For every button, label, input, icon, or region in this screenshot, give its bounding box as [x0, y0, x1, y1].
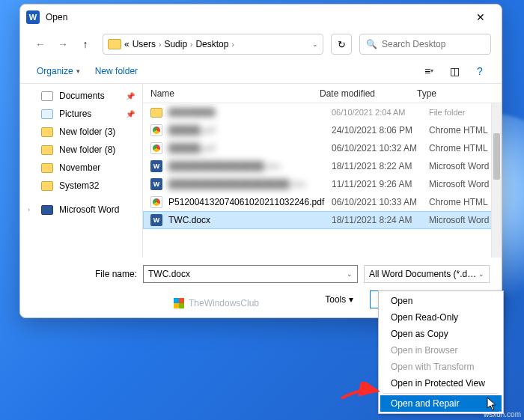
breadcrumb-segment[interactable]: Desktop [195, 39, 228, 49]
file-date: 18/11/2021 8:24 AM [332, 215, 429, 225]
menu-item: Open in Browser [380, 342, 502, 359]
forward-button[interactable]: → [53, 34, 73, 54]
file-date: 06/10/2021 2:04 AM [332, 108, 429, 117]
file-type-select[interactable]: All Word Documents (*.docx;*.d ⌄ [364, 265, 490, 283]
file-row[interactable]: TWC.docx18/11/2021 8:24 AMMicrosoft Word… [143, 211, 502, 229]
menu-item[interactable]: Open as Copy [380, 326, 502, 342]
chevron-down-icon[interactable]: ⌄ [347, 270, 353, 278]
column-date[interactable]: Date modified [320, 88, 417, 99]
file-name: P512004132074061020211032246.pdf [168, 197, 332, 207]
folder-icon [41, 145, 53, 155]
breadcrumb-prefix: « [124, 39, 130, 49]
search-icon: 🔍 [366, 39, 377, 49]
sidebar-item[interactable]: November [20, 159, 142, 177]
chevron-down-icon[interactable]: ⌄ [478, 270, 484, 278]
body: Documents📌Pictures📌New folder (3)New fol… [20, 84, 502, 258]
sidebar-item[interactable]: Documents📌 [20, 87, 142, 105]
folder-icon [41, 127, 53, 137]
menu-separator [383, 393, 499, 394]
pin-icon: 📌 [126, 92, 135, 100]
sidebar-item-label: Microsoft Word [59, 204, 119, 215]
navigation-bar: ← → ↑ « Users › Sudip › Desktop › ⌄ ↻ 🔍 [20, 30, 502, 58]
toolbar: Organize▾ New folder ≡ ▾ ◫ ? [20, 58, 502, 84]
breadcrumb-segment[interactable]: Sudip [164, 39, 187, 49]
breadcrumb[interactable]: « Users › Sudip › Desktop › ⌄ [103, 34, 323, 55]
word-icon [150, 160, 162, 172]
menu-item[interactable]: Open [380, 293, 502, 309]
organize-button[interactable]: Organize▾ [31, 63, 86, 79]
file-date: 06/10/2021 10:33 AM [332, 197, 429, 207]
menu-item[interactable]: Open and Repair [380, 395, 502, 412]
sidebar-item-label: New folder (8) [59, 144, 115, 155]
file-name: ████████ [168, 108, 332, 117]
folder-icon [41, 163, 53, 173]
sidebar[interactable]: Documents📌Pictures📌New folder (3)New fol… [20, 84, 143, 258]
file-row[interactable]: █████.pdf06/10/2021 10:32 AMChrome HTML … [143, 139, 502, 157]
window-title: Open [46, 12, 466, 22]
image-credit: wsxdn.com [484, 410, 521, 419]
chevron-right-icon: › [159, 40, 161, 49]
menu-item[interactable]: Open in Protected View [380, 375, 502, 392]
tools-button[interactable]: Tools▾ [325, 294, 353, 305]
file-date: 24/10/2021 8:06 PM [332, 125, 429, 136]
refresh-button[interactable]: ↻ [331, 34, 352, 55]
sidebar-item[interactable]: Pictures📌 [20, 105, 142, 123]
pin-icon: 📌 [126, 110, 135, 118]
close-button[interactable]: ✕ [466, 7, 496, 28]
chevron-right-icon: › [190, 40, 192, 49]
file-name-input[interactable]: TWC.docx ⌄ [143, 265, 358, 283]
column-headers[interactable]: Name Date modified Type [143, 84, 502, 103]
file-name: ███████████████████.doc [168, 179, 332, 189]
file-row[interactable]: █████.pdf24/10/2021 8:06 PMChrome HTML D… [143, 121, 502, 139]
file-name: █████.pdf [168, 125, 332, 136]
chevron-right-icon: › [28, 206, 30, 213]
chrome-icon [150, 196, 162, 208]
sidebar-item-word[interactable]: › Microsoft Word [20, 201, 142, 219]
doc-icon [41, 91, 53, 101]
sidebar-item[interactable]: System32 [20, 177, 142, 195]
sidebar-item-label: Pictures [59, 109, 91, 119]
sidebar-item[interactable]: New folder (8) [20, 141, 142, 159]
file-name: TWC.docx [168, 215, 332, 225]
sidebar-item-label: Documents [59, 91, 105, 101]
file-row[interactable]: P512004132074061020211032246.pdf06/10/20… [143, 193, 502, 211]
file-row[interactable]: ███████████████████.doc11/11/2021 9:26 A… [143, 175, 502, 193]
folder-icon [150, 108, 162, 118]
sidebar-item[interactable]: New folder (3) [20, 123, 142, 141]
menu-item[interactable]: Open Read-Only [380, 309, 502, 326]
pic-icon [41, 109, 53, 119]
windows-logo-icon [174, 298, 184, 308]
word-icon [150, 178, 162, 190]
up-button[interactable]: ↑ [76, 34, 95, 54]
search-input[interactable] [382, 39, 479, 49]
back-button[interactable]: ← [31, 34, 50, 54]
file-list[interactable]: ████████06/10/2021 2:04 AMFile folder███… [143, 103, 502, 258]
preview-pane-button[interactable]: ◫ [443, 62, 466, 80]
chevron-right-icon: › [231, 40, 234, 49]
file-row[interactable]: ███████████████.doc18/11/2021 8:22 AMMic… [143, 157, 502, 175]
view-options-button[interactable]: ≡ ▾ [418, 62, 440, 80]
help-button[interactable]: ? [469, 62, 491, 80]
search-box[interactable]: 🔍 [359, 34, 491, 55]
open-file-dialog: W Open ✕ ← → ↑ « Users › Sudip › Desktop… [19, 4, 502, 318]
vertical-scrollbar[interactable] [491, 103, 502, 258]
breadcrumb-dropdown[interactable]: ⌄ [312, 40, 318, 48]
folder-icon [108, 39, 121, 49]
file-date: 18/11/2021 8:22 AM [332, 161, 429, 171]
sidebar-item-label: November [59, 162, 100, 173]
new-folder-button[interactable]: New folder [89, 63, 144, 79]
chrome-icon [150, 142, 162, 154]
watermark: TheWindowsClub [174, 298, 259, 308]
menu-item: Open with Transform [380, 359, 502, 375]
breadcrumb-segment[interactable]: Users [132, 39, 156, 49]
folder-icon [41, 181, 53, 191]
file-row[interactable]: ████████06/10/2021 2:04 AMFile folder [143, 103, 502, 121]
file-date: 11/11/2021 9:26 AM [332, 179, 429, 189]
chrome-icon [150, 124, 162, 136]
file-date: 06/10/2021 10:32 AM [332, 143, 429, 153]
column-type[interactable]: Type [417, 88, 502, 99]
file-name-label: File name: [32, 269, 137, 279]
scrollbar-thumb[interactable] [493, 133, 500, 180]
column-name[interactable]: Name [150, 88, 320, 99]
file-name: █████.pdf [168, 143, 332, 153]
